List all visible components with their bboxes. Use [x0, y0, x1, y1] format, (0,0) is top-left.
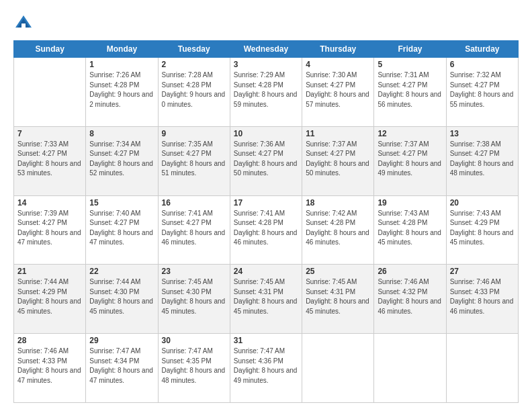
day-info: Sunrise: 7:29 AMSunset: 4:28 PMDaylight:… — [234, 71, 298, 109]
day-number: 28 — [17, 336, 82, 345]
day-number: 8 — [89, 129, 154, 138]
day-info: Sunrise: 7:35 AMSunset: 4:27 PMDaylight:… — [162, 140, 226, 179]
day-number: 10 — [234, 129, 298, 138]
calendar-cell: 14Sunrise: 7:39 AMSunset: 4:27 PMDayligh… — [14, 195, 86, 265]
weekday-header-sunday: Sunday — [14, 41, 86, 58]
calendar-cell: 4Sunrise: 7:30 AMSunset: 4:27 PMDaylight… — [302, 58, 374, 127]
weekday-header-saturday: Saturday — [446, 41, 518, 58]
day-number: 12 — [378, 129, 442, 138]
calendar-cell — [446, 334, 518, 403]
calendar-cell: 29Sunrise: 7:47 AMSunset: 4:34 PMDayligh… — [86, 334, 158, 403]
calendar-cell: 10Sunrise: 7:36 AMSunset: 4:27 PMDayligh… — [230, 126, 302, 195]
weekday-header-wednesday: Wednesday — [230, 41, 302, 58]
day-info: Sunrise: 7:47 AMSunset: 4:35 PMDaylight:… — [162, 347, 226, 385]
calendar-cell: 23Sunrise: 7:45 AMSunset: 4:30 PMDayligh… — [158, 265, 230, 334]
day-number: 18 — [306, 198, 370, 208]
calendar-cell: 30Sunrise: 7:47 AMSunset: 4:35 PMDayligh… — [158, 334, 230, 403]
day-info: Sunrise: 7:41 AMSunset: 4:27 PMDaylight:… — [162, 209, 226, 248]
calendar-cell: 22Sunrise: 7:44 AMSunset: 4:30 PMDayligh… — [86, 265, 158, 334]
day-number: 6 — [450, 60, 515, 69]
day-info: Sunrise: 7:40 AMSunset: 4:27 PMDaylight:… — [89, 209, 154, 248]
day-number: 30 — [162, 336, 226, 345]
day-info: Sunrise: 7:37 AMSunset: 4:27 PMDaylight:… — [306, 140, 370, 179]
day-info: Sunrise: 7:43 AMSunset: 4:28 PMDaylight:… — [378, 209, 442, 248]
calendar-cell: 2Sunrise: 7:28 AMSunset: 4:28 PMDaylight… — [158, 58, 230, 127]
day-info: Sunrise: 7:46 AMSunset: 4:32 PMDaylight:… — [378, 277, 442, 316]
logo-icon — [13, 13, 34, 34]
calendar-cell: 31Sunrise: 7:47 AMSunset: 4:36 PMDayligh… — [230, 334, 302, 403]
calendar-cell: 9Sunrise: 7:35 AMSunset: 4:27 PMDaylight… — [158, 126, 230, 195]
day-number: 9 — [162, 129, 226, 138]
weekday-header-monday: Monday — [86, 41, 158, 58]
day-info: Sunrise: 7:32 AMSunset: 4:27 PMDaylight:… — [450, 71, 515, 109]
day-info: Sunrise: 7:43 AMSunset: 4:29 PMDaylight:… — [450, 209, 515, 248]
calendar-cell: 26Sunrise: 7:46 AMSunset: 4:32 PMDayligh… — [374, 265, 446, 334]
day-number: 22 — [89, 267, 154, 276]
day-info: Sunrise: 7:31 AMSunset: 4:27 PMDaylight:… — [378, 71, 442, 109]
day-number: 21 — [17, 267, 82, 276]
logo — [13, 13, 36, 34]
calendar-cell: 7Sunrise: 7:33 AMSunset: 4:27 PMDaylight… — [14, 126, 86, 195]
day-info: Sunrise: 7:47 AMSunset: 4:36 PMDaylight:… — [234, 347, 298, 385]
day-info: Sunrise: 7:37 AMSunset: 4:27 PMDaylight:… — [378, 140, 442, 179]
day-number: 15 — [89, 198, 154, 208]
day-number: 11 — [306, 129, 370, 138]
page: SundayMondayTuesdayWednesdayThursdayFrid… — [0, 0, 532, 411]
day-number: 31 — [234, 336, 298, 345]
calendar-cell: 15Sunrise: 7:40 AMSunset: 4:27 PMDayligh… — [86, 195, 158, 265]
day-number: 5 — [378, 60, 442, 69]
calendar-cell: 1Sunrise: 7:26 AMSunset: 4:28 PMDaylight… — [86, 58, 158, 127]
day-number: 27 — [450, 267, 515, 276]
calendar-cell: 27Sunrise: 7:46 AMSunset: 4:33 PMDayligh… — [446, 265, 518, 334]
calendar-cell: 19Sunrise: 7:43 AMSunset: 4:28 PMDayligh… — [374, 195, 446, 265]
week-row-2: 7Sunrise: 7:33 AMSunset: 4:27 PMDaylight… — [14, 126, 519, 195]
calendar-cell: 16Sunrise: 7:41 AMSunset: 4:27 PMDayligh… — [158, 195, 230, 265]
day-info: Sunrise: 7:38 AMSunset: 4:27 PMDaylight:… — [450, 140, 515, 179]
calendar-cell: 8Sunrise: 7:34 AMSunset: 4:27 PMDaylight… — [86, 126, 158, 195]
day-info: Sunrise: 7:45 AMSunset: 4:31 PMDaylight:… — [306, 277, 370, 316]
day-info: Sunrise: 7:34 AMSunset: 4:27 PMDaylight:… — [89, 140, 154, 179]
day-number: 14 — [17, 198, 82, 208]
calendar-cell: 5Sunrise: 7:31 AMSunset: 4:27 PMDaylight… — [374, 58, 446, 127]
calendar-cell — [374, 334, 446, 403]
calendar-cell: 18Sunrise: 7:42 AMSunset: 4:28 PMDayligh… — [302, 195, 374, 265]
svg-rect-2 — [21, 24, 26, 28]
day-info: Sunrise: 7:44 AMSunset: 4:29 PMDaylight:… — [17, 277, 82, 316]
calendar-cell: 3Sunrise: 7:29 AMSunset: 4:28 PMDaylight… — [230, 58, 302, 127]
calendar-cell: 17Sunrise: 7:41 AMSunset: 4:28 PMDayligh… — [230, 195, 302, 265]
day-info: Sunrise: 7:42 AMSunset: 4:28 PMDaylight:… — [306, 209, 370, 248]
week-row-5: 28Sunrise: 7:46 AMSunset: 4:33 PMDayligh… — [14, 334, 519, 403]
calendar-cell: 12Sunrise: 7:37 AMSunset: 4:27 PMDayligh… — [374, 126, 446, 195]
day-info: Sunrise: 7:26 AMSunset: 4:28 PMDaylight:… — [89, 71, 154, 109]
day-number: 20 — [450, 198, 515, 208]
day-number: 19 — [378, 198, 442, 208]
day-number: 3 — [234, 60, 298, 69]
day-number: 25 — [306, 267, 370, 276]
day-number: 13 — [450, 129, 515, 138]
week-row-3: 14Sunrise: 7:39 AMSunset: 4:27 PMDayligh… — [14, 195, 519, 265]
calendar-cell: 13Sunrise: 7:38 AMSunset: 4:27 PMDayligh… — [446, 126, 518, 195]
week-row-1: 1Sunrise: 7:26 AMSunset: 4:28 PMDaylight… — [14, 58, 519, 127]
day-number: 17 — [234, 198, 298, 208]
day-info: Sunrise: 7:44 AMSunset: 4:30 PMDaylight:… — [89, 277, 154, 316]
weekday-header-row: SundayMondayTuesdayWednesdayThursdayFrid… — [14, 41, 519, 58]
calendar-cell: 11Sunrise: 7:37 AMSunset: 4:27 PMDayligh… — [302, 126, 374, 195]
day-number: 16 — [162, 198, 226, 208]
day-info: Sunrise: 7:45 AMSunset: 4:31 PMDaylight:… — [234, 277, 298, 316]
day-number: 29 — [89, 336, 154, 345]
day-number: 23 — [162, 267, 226, 276]
weekday-header-tuesday: Tuesday — [158, 41, 230, 58]
week-row-4: 21Sunrise: 7:44 AMSunset: 4:29 PMDayligh… — [14, 265, 519, 334]
weekday-header-thursday: Thursday — [302, 41, 374, 58]
header — [13, 11, 519, 34]
day-info: Sunrise: 7:30 AMSunset: 4:27 PMDaylight:… — [306, 71, 370, 109]
calendar-cell — [14, 58, 86, 127]
day-info: Sunrise: 7:46 AMSunset: 4:33 PMDaylight:… — [17, 347, 82, 385]
calendar-table: SundayMondayTuesdayWednesdayThursdayFrid… — [13, 40, 519, 403]
day-info: Sunrise: 7:33 AMSunset: 4:27 PMDaylight:… — [17, 140, 82, 179]
day-number: 4 — [306, 60, 370, 69]
day-number: 1 — [89, 60, 154, 69]
day-number: 24 — [234, 267, 298, 276]
calendar-cell: 21Sunrise: 7:44 AMSunset: 4:29 PMDayligh… — [14, 265, 86, 334]
day-info: Sunrise: 7:46 AMSunset: 4:33 PMDaylight:… — [450, 277, 515, 316]
